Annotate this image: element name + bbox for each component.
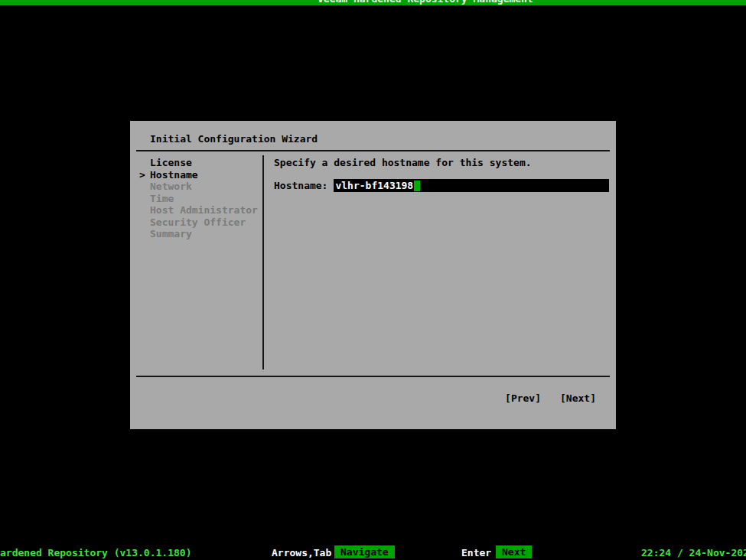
buttons-divider: [136, 376, 610, 377]
step-label: Summary: [150, 228, 192, 240]
hostname-field-row: Hostname: vlhr-bf143198: [274, 179, 609, 192]
console-screen: { "top_bar": { "clipped_title": "Veeam H…: [0, 0, 746, 560]
hostname-input[interactable]: vlhr-bf143198: [334, 179, 609, 192]
step-label: Security Officer: [150, 217, 246, 229]
prev-button[interactable]: [Prev]: [505, 392, 541, 405]
dialog-title: Initial Configuration Wizard: [150, 133, 318, 145]
step-label: Hostname: [150, 169, 198, 181]
product-version-text: ardened Repository (v13.0.1.180): [0, 547, 191, 558]
step-hostname[interactable]: > Hostname: [139, 169, 258, 181]
step-label: Host Administrator: [150, 204, 258, 217]
step-network[interactable]: Network: [139, 181, 258, 193]
clock-date-text: 22:24 / 24-Nov-202: [641, 547, 746, 558]
next-chip: Next: [496, 545, 532, 558]
hint-navigate-badge: Navigate: [334, 545, 395, 558]
current-step-marker: >: [139, 169, 150, 181]
step-label: Time: [150, 193, 174, 205]
step-security-officer[interactable]: Security Officer: [139, 217, 258, 229]
step-content-pane: Specify a desired hostname for this syst…: [274, 157, 603, 168]
step-summary[interactable]: Summary: [139, 228, 258, 240]
status-bar: ardened Repository (v13.0.1.180) Arrows,…: [0, 545, 746, 560]
initial-configuration-wizard-dialog: Initial Configuration Wizard License > H…: [130, 121, 616, 429]
hint-enter-key: Enter: [461, 547, 491, 558]
step-license[interactable]: License: [139, 157, 258, 169]
step-host-administrator[interactable]: Host Administrator: [139, 204, 258, 217]
title-divider: [136, 150, 610, 151]
top-title-text: Veeam Hardened Repository Management: [318, 0, 533, 5]
navigate-chip: Navigate: [334, 545, 395, 558]
hint-next-badge: Next: [496, 545, 532, 558]
hostname-value: vlhr-bf143198: [335, 180, 413, 191]
step-label: Network: [150, 181, 192, 193]
top-title-bar: Veeam Hardened Repository Management: [0, 0, 746, 5]
step-label: License: [150, 157, 192, 169]
instruction-text: Specify a desired hostname for this syst…: [274, 157, 603, 168]
text-cursor: [414, 181, 420, 191]
wizard-step-list: License > Hostname Network Time Host Adm…: [139, 157, 258, 240]
sidebar-divider: [262, 155, 264, 370]
hint-arrows-tab-keys: Arrows,Tab: [272, 547, 331, 558]
hostname-label: Hostname:: [274, 180, 327, 191]
step-time[interactable]: Time: [139, 193, 258, 205]
next-button[interactable]: [Next]: [560, 392, 596, 405]
dialog-button-row: [Prev] [Next]: [505, 392, 596, 405]
